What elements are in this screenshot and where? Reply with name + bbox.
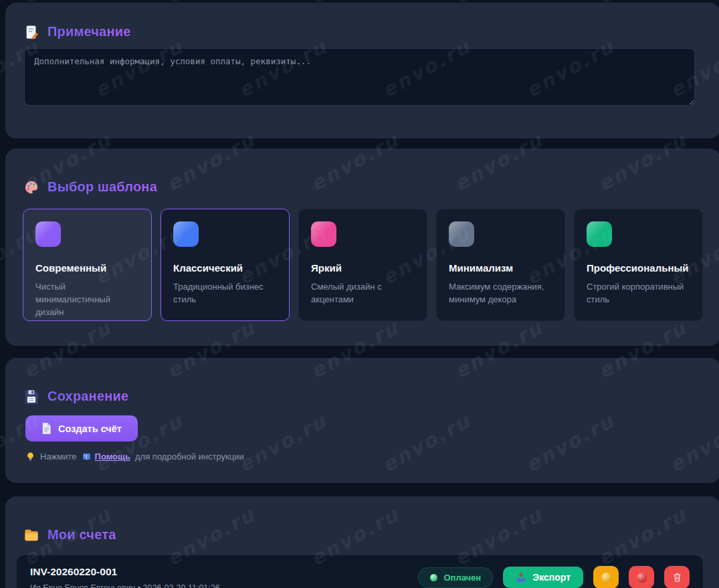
note-section: Примечание: [5, 3, 719, 138]
save-section: Сохранение Создать счёт Нажмите Помощь д…: [5, 358, 719, 483]
green-dot-icon: [430, 574, 437, 581]
hint-prefix: Нажмите: [40, 452, 77, 462]
bulb-icon: [25, 452, 35, 462]
template-swatch-icon: [173, 221, 199, 247]
invoice-info: INV-20260220-001 Ип Евно Евнов Евгеньеви…: [30, 565, 220, 588]
help-link[interactable]: Помощь: [82, 452, 130, 462]
create-invoice-button[interactable]: Создать счёт: [25, 415, 138, 442]
template-card-professional[interactable]: Профессиональный Строгий корпоративный с…: [574, 209, 703, 321]
note-textarea[interactable]: [24, 48, 695, 106]
template-card-title: Современный: [35, 262, 139, 274]
help-link-label: Помощь: [95, 452, 130, 462]
template-card-description: Чистый минималистичный дизайн: [35, 281, 139, 319]
template-section-header: Выбор шаблона: [5, 149, 719, 195]
template-card-title: Классический: [173, 262, 277, 274]
invoices-section-title: Мои счета: [47, 527, 116, 543]
status-badge: Оплачен: [418, 567, 493, 588]
status-badge-label: Оплачен: [443, 573, 481, 583]
floppy-icon: [24, 389, 39, 404]
inbox-tray-icon: [516, 572, 526, 583]
hint-suffix: для подробной инструкции: [135, 452, 244, 462]
trash-icon: [672, 572, 682, 583]
template-card-minimalism[interactable]: Минимализм Максимум содержания, минимум …: [436, 209, 565, 321]
template-section: Выбор шаблона Современный Чистый минимал…: [5, 149, 719, 346]
memo-icon: [24, 25, 39, 39]
page-icon: [41, 423, 52, 434]
invoice-row[interactable]: INV-20260220-001 Ип Евно Евнов Евгеньеви…: [17, 555, 703, 588]
template-card-description: Строгий корпоративный стиль: [587, 281, 690, 306]
template-grid: Современный Чистый минималистичный дизай…: [23, 209, 703, 321]
template-swatch-icon: [311, 221, 336, 247]
save-section-header: Сохранение: [5, 358, 719, 404]
template-card-description: Смелый дизайн с акцентами: [311, 281, 415, 306]
book-icon: [82, 452, 92, 462]
template-card-title: Минимализм: [449, 262, 552, 274]
invoice-actions: Оплачен Экспорт: [418, 565, 690, 588]
create-invoice-button-label: Создать счёт: [58, 423, 122, 434]
template-section-title: Выбор шаблона: [47, 179, 157, 195]
template-card-classic[interactable]: Классический Традиционный бизнес стиль: [161, 209, 290, 321]
red-circle-icon: [637, 573, 647, 583]
mark-unpaid-button[interactable]: [629, 566, 654, 588]
template-card-bright[interactable]: Яркий Смелый дизайн с акцентами: [298, 209, 427, 321]
template-card-description: Максимум содержания, минимум декора: [449, 281, 552, 306]
invoice-meta: Ип Евно Евнов Евгеньевич • 2026-02-20 11…: [30, 583, 220, 588]
help-hint: Нажмите Помощь для подробной инструкции: [25, 452, 719, 462]
template-swatch-icon: [35, 221, 61, 247]
folder-icon: [24, 528, 39, 542]
save-section-title: Сохранение: [47, 389, 128, 404]
delete-invoice-button[interactable]: [664, 566, 690, 588]
template-swatch-icon: [449, 221, 474, 247]
invoices-section: Мои счета INV-20260220-001 Ип Евно Евнов…: [5, 496, 719, 588]
invoices-section-header: Мои счета: [5, 496, 719, 543]
note-section-header: Примечание: [5, 3, 719, 39]
note-section-title: Примечание: [47, 24, 131, 39]
template-card-title: Яркий: [311, 262, 415, 274]
template-card-title: Профессиональный: [587, 262, 690, 274]
export-button[interactable]: Экспорт: [503, 567, 583, 588]
template-card-description: Традиционный бизнес стиль: [173, 281, 277, 306]
yellow-circle-icon: [601, 573, 611, 583]
export-button-label: Экспорт: [532, 572, 571, 583]
palette-icon: [24, 180, 39, 195]
template-swatch-icon: [587, 221, 612, 247]
template-card-modern[interactable]: Современный Чистый минималистичный дизай…: [23, 209, 152, 321]
mark-pending-button[interactable]: [593, 566, 619, 588]
invoice-number: INV-20260220-001: [30, 566, 220, 578]
